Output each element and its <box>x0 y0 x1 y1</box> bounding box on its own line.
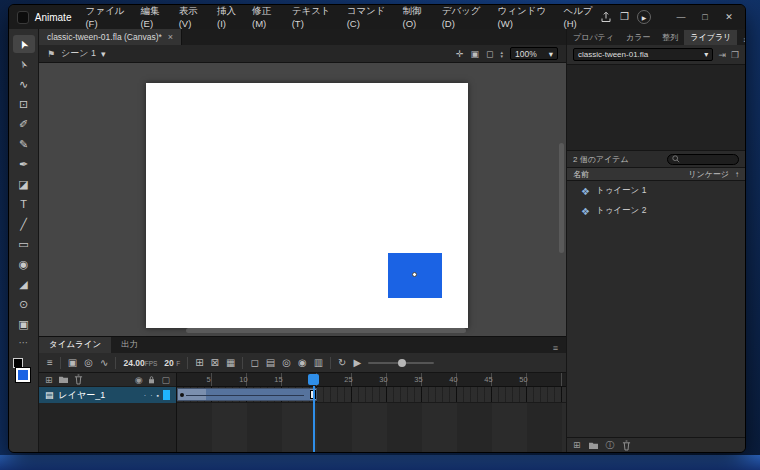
document-tab-close-icon[interactable]: × <box>168 32 173 42</box>
stage-pasteboard[interactable] <box>39 63 566 336</box>
menu-window[interactable]: ウィンドウ(W) <box>498 5 553 29</box>
column-linkage[interactable]: リンケージ <box>688 169 729 180</box>
zoom-step-down-icon[interactable]: ▾ <box>500 54 503 58</box>
outline-all-layers-icon[interactable]: ▢ <box>161 375 170 385</box>
transform-point[interactable] <box>412 272 417 277</box>
frames-area[interactable]: 5 10 15 20 25 30 35 40 45 50 <box>177 373 566 452</box>
insert-frame-icon[interactable]: ⊞ <box>195 357 203 368</box>
layer-color-swatch[interactable] <box>163 390 170 400</box>
layer-parenting-icon[interactable]: ≡ <box>47 357 53 368</box>
edit-multiple-frames-icon[interactable]: ▥ <box>314 357 323 368</box>
onion-skin-icon[interactable]: ◎ <box>282 357 291 368</box>
delete-layer-button[interactable] <box>74 374 83 385</box>
blank-keyframe-icon[interactable]: ◻ <box>250 357 258 368</box>
share-icon[interactable] <box>600 11 612 23</box>
eraser-tool[interactable]: ◪ <box>13 175 35 193</box>
maximize-button[interactable]: □ <box>693 8 717 26</box>
menu-debug[interactable]: デバッグ(D) <box>442 5 487 29</box>
frames-grid-empty[interactable] <box>177 403 566 452</box>
layer-frames-row[interactable] <box>177 387 566 403</box>
pin-library-icon[interactable]: ⇥ <box>718 50 726 60</box>
layer-outlines-icon[interactable]: ◎ <box>84 357 93 368</box>
frame-ruler[interactable]: 5 10 15 20 25 30 35 40 45 50 <box>177 373 566 387</box>
tab-color[interactable]: カラー <box>620 30 656 45</box>
test-movie-button[interactable]: ▶ <box>637 10 651 24</box>
expand-stage-icon[interactable]: ◻ <box>486 49 493 59</box>
loop-button[interactable]: ↻ <box>338 357 346 368</box>
start-keyframe-icon[interactable] <box>180 393 184 397</box>
line-tool[interactable]: ╱ <box>13 215 35 233</box>
new-library-panel-icon[interactable]: ❐ <box>731 50 739 60</box>
playhead-line[interactable] <box>313 386 315 452</box>
layer-visibility-dot[interactable]: · <box>144 392 146 399</box>
windows-taskbar[interactable] <box>0 455 760 470</box>
tab-timeline[interactable]: タイムライン <box>39 337 111 353</box>
timeline-panel-menu-icon[interactable]: ≡ <box>545 343 566 353</box>
tab-properties[interactable]: プロパティ <box>567 30 620 45</box>
center-frame-icon[interactable]: ✛ <box>456 49 464 59</box>
library-columns-header[interactable]: 名前 リンケージ ↑ <box>567 167 745 181</box>
menu-insert[interactable]: 挿入(I) <box>217 5 241 29</box>
delete-item-button[interactable] <box>622 440 631 451</box>
paint-bucket-tool[interactable]: ◉ <box>13 255 35 273</box>
close-button[interactable]: ✕ <box>717 8 741 26</box>
scene-selector[interactable]: シーン 1 ▾ <box>61 47 105 60</box>
menu-help[interactable]: ヘルプ(H) <box>564 5 600 29</box>
fps-display[interactable]: 24.00FPS <box>123 358 157 368</box>
library-item-tween2[interactable]: ❖ トゥイーン 2 <box>567 201 745 221</box>
document-tab[interactable]: classic-tween-01.fla (Canvas)* × <box>39 29 182 45</box>
subselection-tool[interactable]: ➢ <box>13 55 35 73</box>
eyedropper-tool[interactable]: ◢ <box>13 275 35 293</box>
tab-align[interactable]: 整列 <box>656 30 684 45</box>
library-search[interactable] <box>667 154 739 165</box>
search-input[interactable] <box>683 155 734 164</box>
library-panel-menu-icon[interactable]: ≡ <box>737 35 746 45</box>
show-all-layers-icon[interactable]: ◉ <box>135 375 143 385</box>
playhead-handle[interactable] <box>308 374 319 385</box>
stage-vertical-scrollbar[interactable] <box>559 143 564 253</box>
classic-tween-span[interactable] <box>177 388 317 401</box>
tween-rectangle[interactable] <box>388 253 442 298</box>
camera-tool[interactable]: ▣ <box>13 315 35 333</box>
menu-modify[interactable]: 修正(M) <box>252 5 281 29</box>
workspace-icon[interactable]: ❐ <box>620 12 629 22</box>
menu-control[interactable]: 制御(O) <box>403 5 431 29</box>
new-folder-button[interactable] <box>588 441 599 450</box>
remove-frame-icon[interactable]: ⊠ <box>211 357 219 368</box>
menu-text[interactable]: テキスト(T) <box>292 5 336 29</box>
minimize-button[interactable]: — <box>669 8 693 26</box>
library-item-tween1[interactable]: ❖ トゥイーン 1 <box>567 181 745 201</box>
layer-lock-dot[interactable]: · <box>150 392 152 399</box>
column-name[interactable]: 名前 <box>573 169 589 180</box>
frame-marker-icon[interactable]: ▤ <box>266 357 275 368</box>
library-document-select[interactable]: classic-tween-01.fla ▾ <box>573 48 713 61</box>
zoom-tool[interactable]: ⊙ <box>13 295 35 313</box>
menu-commands[interactable]: コマンド(C) <box>347 5 392 29</box>
fill-color-swatch[interactable] <box>16 368 30 382</box>
camera-icon[interactable]: ▣ <box>68 357 77 368</box>
clip-content-icon[interactable]: ▣ <box>470 49 479 59</box>
zoom-select[interactable]: 100% ▾ <box>510 47 558 60</box>
menu-edit[interactable]: 編集(E) <box>140 5 167 29</box>
zoom-stepper[interactable]: ▴ ▾ <box>500 50 503 58</box>
timeline-zoom-slider[interactable] <box>368 362 434 364</box>
item-properties-button[interactable]: ⓘ <box>606 439 615 452</box>
graph-icon[interactable]: ∿ <box>100 357 108 368</box>
rectangle-tool[interactable]: ▭ <box>13 235 35 253</box>
layer-row[interactable]: ▤ レイヤー_1 · · ▪ <box>39 387 176 403</box>
selection-tool[interactable]: ➤ <box>13 35 35 53</box>
onion-outline-icon[interactable]: ◉ <box>298 357 307 368</box>
stage-canvas[interactable] <box>146 83 468 328</box>
pencil-tool[interactable]: ✎ <box>13 135 35 153</box>
timeline-zoom-slider-thumb[interactable] <box>398 359 406 367</box>
stroke-color-swatch[interactable] <box>13 358 23 368</box>
menu-view[interactable]: 表示(V) <box>179 5 206 29</box>
menu-file[interactable]: ファイル(F) <box>85 5 129 29</box>
tab-library[interactable]: ライブラリ <box>684 30 737 45</box>
add-layer-button[interactable]: ⊞ <box>45 375 53 385</box>
add-folder-button[interactable] <box>58 375 69 384</box>
sort-arrow-icon[interactable]: ↑ <box>735 170 739 179</box>
tab-output[interactable]: 出力 <box>111 337 148 353</box>
more-tools-button[interactable]: ⋯ <box>19 337 29 348</box>
lock-all-layers-icon[interactable] <box>147 375 156 385</box>
